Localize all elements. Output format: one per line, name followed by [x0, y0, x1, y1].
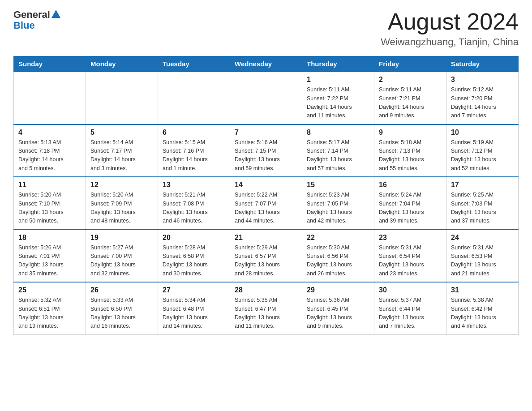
day-number: 9	[379, 128, 442, 137]
day-info: Sunrise: 5:34 AMSunset: 6:48 PMDaylight:…	[163, 296, 225, 331]
day-info: Sunrise: 5:24 AMSunset: 7:04 PMDaylight:…	[379, 191, 442, 226]
calendar-day-cell: 26Sunrise: 5:33 AMSunset: 6:50 PMDayligh…	[86, 282, 158, 334]
calendar-day-cell: 27Sunrise: 5:34 AMSunset: 6:48 PMDayligh…	[158, 282, 230, 334]
calendar-weekday-monday: Monday	[86, 56, 158, 72]
day-info: Sunrise: 5:23 AMSunset: 7:05 PMDaylight:…	[307, 191, 369, 226]
day-number: 1	[307, 76, 369, 84]
calendar-weekday-saturday: Saturday	[446, 56, 519, 72]
day-info: Sunrise: 5:25 AMSunset: 7:03 PMDaylight:…	[451, 191, 514, 226]
day-number: 2	[379, 76, 442, 84]
day-number: 31	[451, 286, 514, 294]
calendar-day-cell: 17Sunrise: 5:25 AMSunset: 7:03 PMDayligh…	[446, 177, 519, 230]
calendar-day-cell: 29Sunrise: 5:36 AMSunset: 6:45 PMDayligh…	[302, 282, 374, 334]
calendar-day-cell: 6Sunrise: 5:15 AMSunset: 7:16 PMDaylight…	[158, 124, 230, 177]
calendar-day-cell	[14, 72, 86, 124]
day-number: 8	[307, 128, 369, 137]
calendar-day-cell: 25Sunrise: 5:32 AMSunset: 6:51 PMDayligh…	[14, 282, 86, 334]
day-info: Sunrise: 5:17 AMSunset: 7:14 PMDaylight:…	[307, 138, 369, 173]
day-info: Sunrise: 5:14 AMSunset: 7:17 PMDaylight:…	[90, 138, 153, 173]
calendar-weekday-wednesday: Wednesday	[230, 56, 302, 72]
month-title: August 2024	[381, 9, 519, 34]
day-number: 27	[163, 286, 225, 294]
day-number: 20	[163, 234, 225, 242]
day-number: 28	[235, 286, 297, 294]
day-info: Sunrise: 5:11 AMSunset: 7:22 PMDaylight:…	[307, 86, 369, 120]
day-info: Sunrise: 5:35 AMSunset: 6:47 PMDaylight:…	[235, 296, 297, 331]
day-info: Sunrise: 5:13 AMSunset: 7:18 PMDaylight:…	[18, 138, 81, 173]
calendar-day-cell: 1Sunrise: 5:11 AMSunset: 7:22 PMDaylight…	[302, 72, 374, 124]
calendar-day-cell: 8Sunrise: 5:17 AMSunset: 7:14 PMDaylight…	[302, 124, 374, 177]
day-number: 23	[379, 234, 442, 242]
logo-triangle-icon	[51, 10, 60, 18]
calendar-day-cell: 12Sunrise: 5:20 AMSunset: 7:09 PMDayligh…	[86, 177, 158, 230]
calendar-day-cell: 23Sunrise: 5:31 AMSunset: 6:54 PMDayligh…	[374, 230, 446, 283]
day-info: Sunrise: 5:29 AMSunset: 6:57 PMDaylight:…	[235, 244, 297, 278]
day-number: 30	[379, 286, 442, 294]
calendar-day-cell: 7Sunrise: 5:16 AMSunset: 7:15 PMDaylight…	[230, 124, 302, 177]
day-number: 18	[18, 234, 81, 242]
day-number: 15	[307, 181, 369, 189]
calendar-day-cell: 2Sunrise: 5:11 AMSunset: 7:21 PMDaylight…	[374, 72, 446, 124]
day-number: 13	[163, 181, 225, 189]
logo-blue-text: Blue	[13, 20, 35, 31]
calendar-day-cell: 30Sunrise: 5:37 AMSunset: 6:44 PMDayligh…	[374, 282, 446, 334]
day-info: Sunrise: 5:26 AMSunset: 7:01 PMDaylight:…	[18, 244, 81, 278]
calendar-header-row: SundayMondayTuesdayWednesdayThursdayFrid…	[14, 56, 519, 72]
calendar-day-cell: 5Sunrise: 5:14 AMSunset: 7:17 PMDaylight…	[86, 124, 158, 177]
day-number: 11	[18, 181, 81, 189]
calendar-week-row: 18Sunrise: 5:26 AMSunset: 7:01 PMDayligh…	[14, 230, 519, 283]
location-subtitle: Weiwangzhuang, Tianjin, China	[381, 36, 519, 48]
day-number: 16	[379, 181, 442, 189]
calendar-day-cell: 10Sunrise: 5:19 AMSunset: 7:12 PMDayligh…	[446, 124, 519, 177]
calendar-day-cell: 18Sunrise: 5:26 AMSunset: 7:01 PMDayligh…	[14, 230, 86, 283]
day-info: Sunrise: 5:18 AMSunset: 7:13 PMDaylight:…	[379, 138, 442, 173]
calendar-weekday-friday: Friday	[374, 56, 446, 72]
logo: General Blue	[13, 9, 60, 31]
day-info: Sunrise: 5:16 AMSunset: 7:15 PMDaylight:…	[235, 138, 297, 173]
calendar-day-cell: 13Sunrise: 5:21 AMSunset: 7:08 PMDayligh…	[158, 177, 230, 230]
day-number: 21	[235, 234, 297, 242]
day-number: 29	[307, 286, 369, 294]
calendar-day-cell	[230, 72, 302, 124]
calendar-weekday-tuesday: Tuesday	[158, 56, 230, 72]
page-header: General Blue August 2024 Weiwangzhuang, …	[13, 9, 519, 48]
day-number: 17	[451, 181, 514, 189]
day-info: Sunrise: 5:20 AMSunset: 7:09 PMDaylight:…	[90, 191, 153, 226]
day-info: Sunrise: 5:36 AMSunset: 6:45 PMDaylight:…	[307, 296, 369, 331]
title-section: August 2024 Weiwangzhuang, Tianjin, Chin…	[381, 9, 519, 48]
day-number: 4	[18, 128, 81, 137]
day-info: Sunrise: 5:30 AMSunset: 6:56 PMDaylight:…	[307, 244, 369, 278]
day-info: Sunrise: 5:20 AMSunset: 7:10 PMDaylight:…	[18, 191, 81, 226]
day-number: 25	[18, 286, 81, 294]
calendar-weekday-thursday: Thursday	[302, 56, 374, 72]
calendar-day-cell	[86, 72, 158, 124]
day-info: Sunrise: 5:11 AMSunset: 7:21 PMDaylight:…	[379, 86, 442, 120]
calendar-day-cell: 11Sunrise: 5:20 AMSunset: 7:10 PMDayligh…	[14, 177, 86, 230]
day-info: Sunrise: 5:33 AMSunset: 6:50 PMDaylight:…	[90, 296, 153, 331]
day-number: 24	[451, 234, 514, 242]
day-number: 3	[451, 76, 514, 84]
day-number: 5	[90, 128, 153, 137]
calendar-day-cell	[158, 72, 230, 124]
day-number: 19	[90, 234, 153, 242]
calendar-week-row: 11Sunrise: 5:20 AMSunset: 7:10 PMDayligh…	[14, 177, 519, 230]
calendar-day-cell: 28Sunrise: 5:35 AMSunset: 6:47 PMDayligh…	[230, 282, 302, 334]
calendar-day-cell: 21Sunrise: 5:29 AMSunset: 6:57 PMDayligh…	[230, 230, 302, 283]
calendar-day-cell: 19Sunrise: 5:27 AMSunset: 7:00 PMDayligh…	[86, 230, 158, 283]
day-info: Sunrise: 5:12 AMSunset: 7:20 PMDaylight:…	[451, 86, 514, 120]
calendar-day-cell: 22Sunrise: 5:30 AMSunset: 6:56 PMDayligh…	[302, 230, 374, 283]
day-number: 7	[235, 128, 297, 137]
calendar-weekday-sunday: Sunday	[14, 56, 86, 72]
day-number: 14	[235, 181, 297, 189]
day-number: 22	[307, 234, 369, 242]
day-info: Sunrise: 5:28 AMSunset: 6:58 PMDaylight:…	[163, 244, 225, 278]
day-info: Sunrise: 5:32 AMSunset: 6:51 PMDaylight:…	[18, 296, 81, 331]
calendar-day-cell: 20Sunrise: 5:28 AMSunset: 6:58 PMDayligh…	[158, 230, 230, 283]
calendar-day-cell: 4Sunrise: 5:13 AMSunset: 7:18 PMDaylight…	[14, 124, 86, 177]
day-number: 10	[451, 128, 514, 137]
calendar-table: SundayMondayTuesdayWednesdayThursdayFrid…	[13, 56, 519, 335]
calendar-day-cell: 14Sunrise: 5:22 AMSunset: 7:07 PMDayligh…	[230, 177, 302, 230]
day-info: Sunrise: 5:31 AMSunset: 6:53 PMDaylight:…	[451, 244, 514, 278]
calendar-week-row: 4Sunrise: 5:13 AMSunset: 7:18 PMDaylight…	[14, 124, 519, 177]
calendar-week-row: 1Sunrise: 5:11 AMSunset: 7:22 PMDaylight…	[14, 72, 519, 124]
